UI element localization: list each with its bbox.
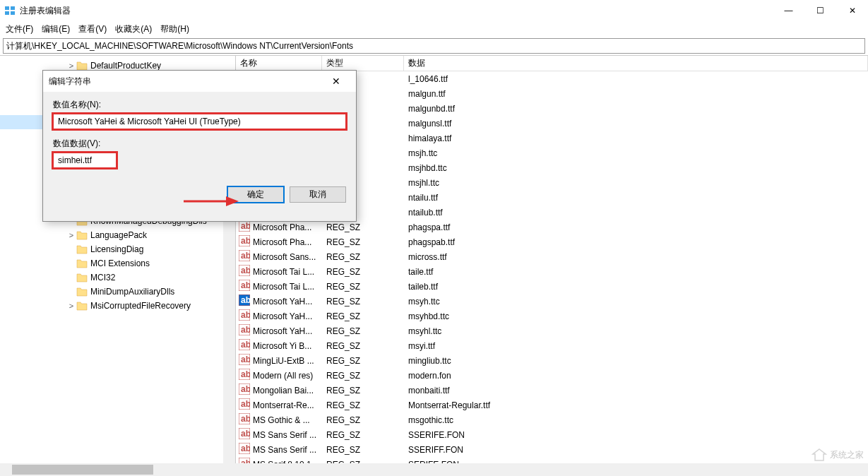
list-row[interactable]: abMicrosoft YaH...REG_SZmsyhl.ttc: [236, 323, 868, 338]
list-row[interactable]: abMontserrat-Re...REG_SZMontserrat-Regul…: [236, 398, 868, 412]
cell-data: msyh.ttc: [404, 297, 868, 307]
menu-view[interactable]: 查看(V): [78, 23, 107, 35]
cell-name: Microsoft YaH...: [253, 311, 312, 321]
expand-icon[interactable]: >: [66, 61, 76, 70]
minimize-button[interactable]: —: [773, 0, 804, 21]
cell-data: l_10646.ttf: [404, 74, 868, 84]
tree-item[interactable]: LicensingDiag: [0, 242, 235, 256]
cell-type: REG_SZ: [322, 237, 404, 247]
dialog-titlebar: 编辑字符串 ✕: [43, 71, 356, 92]
menu-favorites[interactable]: 收藏夹(A): [115, 23, 152, 35]
menu-edit[interactable]: 编辑(E): [42, 23, 70, 35]
svg-rect-1: [11, 6, 15, 10]
tree-item[interactable]: >MsiCorruptedFileRecovery: [0, 299, 235, 313]
titlebar: 注册表编辑器 — ☐ ✕: [0, 0, 868, 21]
list-row[interactable]: abMS Sans Serif ...REG_SZSSERIFE.FON: [236, 427, 868, 442]
cell-data: Montserrat-Regular.ttf: [404, 400, 868, 410]
list-row[interactable]: abMingLiU-ExtB ...REG_SZmingliub.ttc: [236, 353, 868, 368]
reg-string-icon: ab: [239, 339, 250, 352]
list-row[interactable]: abMongolian Bai...REG_SZmonbaiti.ttf: [236, 383, 868, 398]
value-data-field[interactable]: [53, 153, 117, 168]
expand-icon[interactable]: >: [66, 302, 76, 310]
reg-string-icon: ab: [239, 220, 250, 234]
cell-data: msjh.ttc: [404, 148, 868, 158]
menu-file[interactable]: 文件(F): [6, 23, 33, 35]
cell-name: Microsoft Pha...: [253, 237, 311, 247]
svg-text:ab: ab: [241, 251, 250, 261]
dialog-close-button[interactable]: ✕: [322, 76, 350, 87]
reg-string-icon: ab: [239, 294, 250, 308]
svg-text:ab: ab: [241, 340, 250, 350]
dialog-title-text: 编辑字符串: [49, 76, 91, 88]
maximize-button[interactable]: ☐: [804, 0, 836, 21]
cell-data: taileb.ttf: [404, 282, 868, 292]
svg-rect-0: [5, 6, 9, 10]
svg-rect-3: [11, 11, 15, 15]
tree-item[interactable]: >LanguagePack: [0, 228, 235, 242]
list-row[interactable]: abMS Serif 8,10,1...REG_SZSERIFE.FON: [236, 457, 868, 463]
value-name-field[interactable]: [53, 114, 346, 129]
cell-type: REG_SZ: [322, 282, 404, 292]
cell-data: msyi.ttf: [404, 341, 868, 351]
cell-data: phagspa.ttf: [404, 222, 868, 232]
list-row[interactable]: abMicrosoft Pha...REG_SZphagspab.ttf: [236, 234, 868, 249]
ok-button[interactable]: 确定: [227, 186, 284, 203]
cell-name: Microsoft Yi B...: [253, 341, 311, 351]
cell-type: REG_SZ: [322, 371, 404, 381]
col-data[interactable]: 数据: [404, 56, 868, 71]
tree-item[interactable]: MiniDumpAuxiliaryDlls: [0, 285, 235, 299]
list-row[interactable]: abMicrosoft Tai L...REG_SZtaileb.ttf: [236, 279, 868, 294]
tree-item[interactable]: MCI32: [0, 270, 235, 285]
col-type[interactable]: 类型: [322, 56, 404, 71]
svg-text:ab: ab: [241, 384, 250, 394]
expand-icon[interactable]: >: [66, 231, 76, 239]
value-data-label: 数值数据(V):: [53, 138, 346, 150]
list-row[interactable]: abMS Gothic & ...REG_SZmsgothic.ttc: [236, 412, 868, 427]
cell-data: SSERIFF.FON: [404, 445, 868, 455]
tree-item[interactable]: MCI Extensions: [0, 256, 235, 270]
reg-string-icon: ab: [239, 250, 250, 263]
list-row[interactable]: abMicrosoft Pha...REG_SZphagspa.ttf: [236, 220, 868, 234]
reg-string-icon: ab: [239, 458, 250, 463]
list-row[interactable]: abMicrosoft YaH...REG_SZmsyhbd.ttc: [236, 309, 868, 323]
reg-string-icon: ab: [239, 309, 250, 323]
svg-text:ab: ab: [241, 295, 250, 305]
svg-text:ab: ab: [241, 369, 250, 379]
list-row[interactable]: abMicrosoft Tai L...REG_SZtaile.ttf: [236, 264, 868, 279]
tree-label: MsiCorruptedFileRecovery: [90, 301, 191, 311]
col-name[interactable]: 名称: [236, 56, 322, 71]
cell-type: REG_SZ: [322, 400, 404, 410]
cancel-button[interactable]: 取消: [290, 186, 346, 203]
svg-text:ab: ab: [241, 414, 250, 424]
cell-name: Microsoft Tai L...: [253, 267, 314, 277]
cell-type: REG_SZ: [322, 267, 404, 277]
svg-text:ab: ab: [241, 399, 250, 409]
svg-text:ab: ab: [241, 280, 250, 290]
menu-help[interactable]: 帮助(H): [160, 23, 189, 35]
cell-data: taile.ttf: [404, 267, 868, 277]
address-text: 计算机\HKEY_LOCAL_MACHINE\SOFTWARE\Microsof…: [6, 40, 353, 52]
reg-string-icon: ab: [239, 398, 250, 412]
cell-name: Mongolian Bai...: [253, 386, 314, 395]
list-row[interactable]: abMicrosoft YaH...REG_SZmsyh.ttc: [236, 294, 868, 309]
close-button[interactable]: ✕: [836, 0, 868, 21]
cell-type: REG_SZ: [322, 326, 404, 336]
cell-name: Microsoft Pha...: [253, 222, 311, 232]
list-row[interactable]: abMS Sans Serif ...REG_SZSSERIFF.FON: [236, 442, 868, 457]
cell-name: Microsoft Tai L...: [253, 282, 314, 292]
reg-string-icon: ab: [239, 383, 250, 397]
cell-name: MS Sans Serif ...: [253, 445, 316, 455]
cell-data: phagspab.ttf: [404, 237, 868, 247]
list-row[interactable]: abMicrosoft Sans...REG_SZmicross.ttf: [236, 249, 868, 264]
list-row[interactable]: abMicrosoft Yi B...REG_SZmsyi.ttf: [236, 338, 868, 353]
list-row[interactable]: abModern (All res)REG_SZmodern.fon: [236, 368, 868, 383]
horizontal-scrollbar[interactable]: [0, 463, 868, 476]
reg-string-icon: ab: [239, 443, 250, 456]
cell-name: Montserrat-Re...: [253, 400, 314, 410]
cell-type: REG_SZ: [322, 311, 404, 321]
tree-label: LicensingDiag: [90, 244, 143, 254]
cell-type: REG_SZ: [322, 386, 404, 395]
svg-text:ab: ab: [241, 355, 250, 364]
address-bar[interactable]: 计算机\HKEY_LOCAL_MACHINE\SOFTWARE\Microsof…: [3, 38, 865, 54]
tree-label: MCI Extensions: [90, 258, 150, 268]
